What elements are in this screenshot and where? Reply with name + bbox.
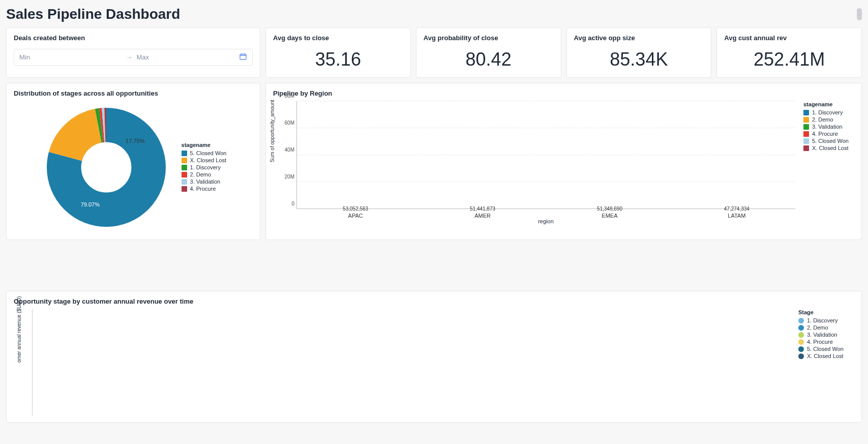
date-min-placeholder[interactable]: Min bbox=[19, 53, 122, 61]
legend-swatch bbox=[803, 124, 809, 130]
scatter-chart[interactable]: omer annual revenue ($USD) bbox=[32, 309, 790, 416]
legend-item[interactable]: 2. Demo bbox=[182, 171, 227, 177]
legend-label: 1. Discovery bbox=[807, 317, 838, 323]
page-title: Sales Pipeline Dashboard bbox=[6, 6, 852, 22]
bar-segment-label: 47,274,334 bbox=[724, 206, 750, 212]
legend-swatch bbox=[798, 318, 804, 323]
donut-card: Distribution of stages across all opport… bbox=[6, 83, 260, 240]
donut-title: Distribution of stages across all opport… bbox=[14, 90, 253, 97]
legend-title: stagename bbox=[182, 142, 227, 148]
kpi-cust-annual-rev: Avg cust annual rev 252.41M bbox=[716, 27, 862, 78]
bar-y-tick: 20M bbox=[277, 174, 294, 180]
scatter-card: Opportunity stage by customer annual rev… bbox=[6, 291, 862, 423]
legend-item[interactable]: 4. Procure bbox=[798, 339, 854, 345]
legend-item[interactable]: 5. Closed Won bbox=[182, 150, 227, 156]
filter-title: Deals created between bbox=[14, 34, 253, 42]
kpi-label: Avg active opp size bbox=[574, 34, 704, 42]
calendar-icon[interactable] bbox=[239, 52, 247, 62]
bar-segment-label: 51,441,873 bbox=[470, 206, 495, 212]
bar-card: Pipeline by Region Sum of opportunity_am… bbox=[265, 83, 862, 240]
legend-item[interactable]: X. Closed Lost bbox=[798, 353, 854, 359]
legend-label: 5. Closed Won bbox=[807, 346, 844, 352]
kpi-value: 35.16 bbox=[273, 46, 403, 71]
legend-swatch bbox=[182, 158, 187, 163]
legend-item[interactable]: 3. Validation bbox=[182, 179, 227, 185]
legend-item[interactable]: 5. Closed Won bbox=[803, 138, 854, 144]
legend-item[interactable]: X. Closed Lost bbox=[182, 157, 227, 163]
legend-item[interactable]: 1. Discovery bbox=[182, 164, 227, 170]
scrollbar-thumb[interactable] bbox=[857, 8, 862, 20]
legend-swatch bbox=[798, 325, 804, 331]
kpi-value: 80.42 bbox=[424, 46, 554, 71]
legend-swatch bbox=[182, 186, 187, 192]
legend-swatch bbox=[182, 165, 187, 170]
legend-item[interactable]: 5. Closed Won bbox=[798, 346, 854, 352]
legend-item[interactable]: 3. Validation bbox=[803, 124, 854, 130]
bar-title: Pipeline by Region bbox=[273, 90, 854, 97]
legend-label: X. Closed Lost bbox=[812, 145, 849, 151]
legend-label: 4. Procure bbox=[812, 131, 838, 137]
legend-swatch bbox=[182, 172, 187, 177]
donut-slice-label-lost: 17.75% bbox=[126, 138, 144, 144]
legend-label: 2. Demo bbox=[190, 171, 212, 177]
bar-segment-label: 51,348,690 bbox=[597, 206, 622, 212]
legend-label: X. Closed Lost bbox=[807, 353, 844, 359]
kpi-days-to-close: Avg days to close 35.16 bbox=[265, 27, 411, 78]
svg-rect-0 bbox=[240, 54, 246, 60]
legend-swatch bbox=[803, 131, 809, 137]
legend-label: 3. Validation bbox=[812, 124, 843, 130]
legend-swatch bbox=[803, 110, 809, 115]
legend-item[interactable]: 3. Validation bbox=[798, 332, 854, 338]
kpi-prob-close: Avg probability of close 80.42 bbox=[416, 27, 561, 78]
donut-chart[interactable]: 79.07% 17.75% bbox=[40, 101, 172, 233]
legend-label: 1. Discovery bbox=[812, 109, 843, 115]
legend-swatch bbox=[798, 353, 804, 359]
kpi-label: Avg probability of close bbox=[424, 34, 554, 42]
scatter-y-axis-label: omer annual revenue ($USD) bbox=[16, 296, 22, 363]
bar-y-axis-label: Sum of opportunity_amount bbox=[270, 100, 275, 162]
legend-item[interactable]: 4. Procure bbox=[803, 131, 854, 137]
legend-item[interactable]: 2. Demo bbox=[798, 324, 854, 331]
legend-label: 2. Demo bbox=[812, 116, 833, 123]
legend-label: 3. Validation bbox=[807, 332, 837, 338]
kpi-active-opp-size: Avg active opp size 85.34K bbox=[566, 27, 712, 78]
legend-label: 1. Discovery bbox=[190, 164, 221, 170]
legend-swatch bbox=[182, 179, 187, 185]
legend-title: Stage bbox=[798, 309, 854, 315]
filter-card: Deals created between Min → Max bbox=[6, 27, 260, 78]
legend-swatch bbox=[798, 339, 804, 345]
kpi-value: 252.41M bbox=[724, 46, 854, 71]
kpi-label: Avg days to close bbox=[273, 34, 403, 42]
legend-label: X. Closed Lost bbox=[190, 157, 227, 163]
donut-legend: stagename 5. Closed WonX. Closed Lost1. … bbox=[182, 142, 227, 193]
legend-label: 5. Closed Won bbox=[190, 150, 227, 156]
legend-label: 4. Procure bbox=[807, 339, 833, 345]
legend-swatch bbox=[803, 138, 809, 144]
bar-segment-label: 53,052,563 bbox=[343, 206, 368, 212]
arrow-right-icon: → bbox=[126, 53, 133, 61]
legend-item[interactable]: 1. Discovery bbox=[798, 317, 854, 323]
legend-swatch bbox=[182, 151, 187, 156]
legend-item[interactable]: 4. Procure bbox=[182, 186, 227, 192]
bar-y-tick: 80M bbox=[277, 93, 294, 99]
legend-item[interactable]: 1. Discovery bbox=[803, 109, 854, 115]
legend-item[interactable]: X. Closed Lost bbox=[803, 145, 854, 151]
legend-swatch bbox=[798, 332, 804, 338]
kpi-value: 85.34K bbox=[574, 46, 704, 71]
bar-chart[interactable]: Sum of opportunity_amount 12,488,96553,0… bbox=[273, 101, 795, 223]
legend-title: stagename bbox=[803, 101, 854, 107]
legend-item[interactable]: 2. Demo bbox=[803, 116, 854, 123]
legend-label: 2. Demo bbox=[807, 324, 828, 331]
bar-y-tick: 0 bbox=[277, 201, 294, 206]
donut-slice-label-won: 79.07% bbox=[81, 201, 100, 208]
date-max-placeholder[interactable]: Max bbox=[137, 53, 240, 61]
legend-swatch bbox=[798, 346, 804, 352]
bar-legend: stagename 1. Discovery2. Demo3. Validati… bbox=[803, 101, 854, 223]
legend-swatch bbox=[803, 117, 809, 123]
bar-x-axis-label: region bbox=[296, 218, 795, 224]
legend-label: 5. Closed Won bbox=[812, 138, 849, 144]
kpi-label: Avg cust annual rev bbox=[724, 34, 854, 42]
bar-y-tick: 40M bbox=[277, 147, 294, 153]
date-range-input[interactable]: Min → Max bbox=[14, 49, 253, 66]
scatter-legend: Stage 1. Discovery2. Demo3. Validation4.… bbox=[798, 309, 854, 416]
